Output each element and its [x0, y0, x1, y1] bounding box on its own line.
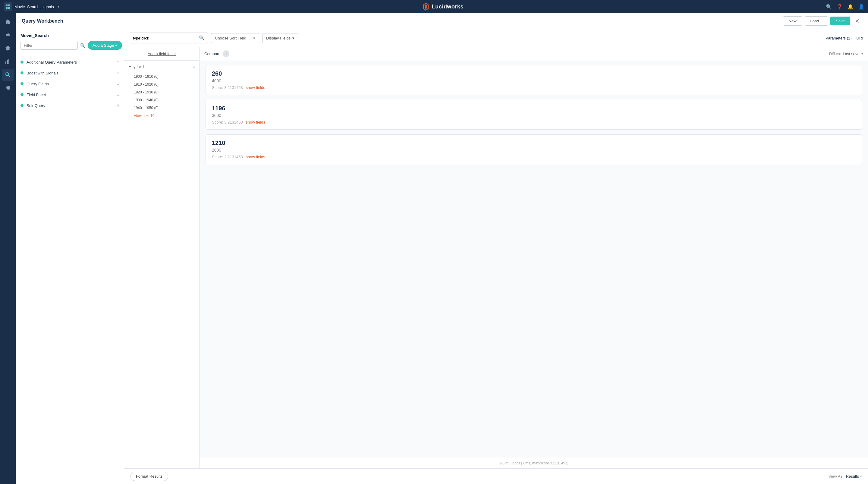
- svg-rect-0: [6, 4, 7, 6]
- search-nav-icon[interactable]: 🔍: [826, 4, 832, 10]
- nav-right: 🔍 ❓ 🔔 👤: [826, 4, 864, 10]
- app-icon: [4, 2, 12, 11]
- bell-icon[interactable]: 🔔: [847, 4, 854, 10]
- top-navbar: Movie_Search_signals ▾ Lucidworks 🔍 ❓ 🔔 …: [0, 0, 868, 13]
- app-name: Movie_Search_signals: [14, 4, 54, 9]
- nav-left: Movie_Search_signals ▾: [4, 2, 59, 11]
- logo-text: Lucidworks: [432, 4, 464, 10]
- svg-rect-3: [8, 7, 10, 9]
- svg-rect-2: [6, 7, 7, 9]
- svg-marker-5: [425, 4, 427, 9]
- svg-rect-1: [8, 4, 10, 6]
- nav-center: Lucidworks: [59, 2, 826, 11]
- user-icon[interactable]: 👤: [858, 4, 864, 10]
- help-icon[interactable]: ❓: [837, 4, 843, 10]
- lw-logo-icon: [422, 2, 430, 11]
